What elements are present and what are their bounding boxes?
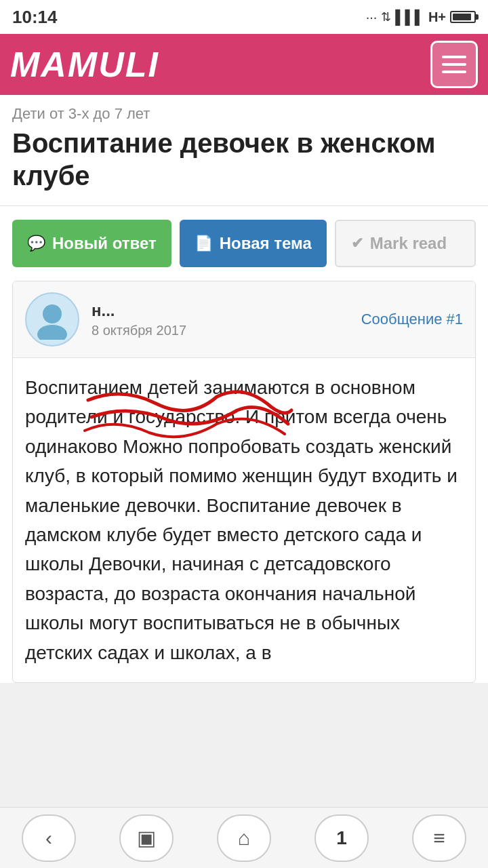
avatar (25, 292, 79, 347)
nav-menu-button[interactable]: ≡ (412, 814, 466, 862)
post-username: н... (92, 301, 349, 320)
page-number: 1 (336, 827, 347, 849)
home-icon: ⌂ (238, 827, 250, 850)
status-bar: 10:14 ··· ⇅ ▌▌▌ H+ (0, 0, 488, 34)
back-button[interactable]: ‹ (22, 814, 76, 862)
signal-bars-icon: ▌▌▌ (395, 9, 424, 25)
post-meta: н... 8 октября 2017 (92, 301, 349, 338)
bottom-nav: ‹ ▣ ⌂ 1 ≡ (0, 807, 488, 868)
data-arrows-icon: ⇅ (381, 9, 391, 24)
post-body: Воспитанием детей занимаются в основном … (13, 358, 475, 682)
menu-line-3 (442, 71, 466, 73)
menu-line-1 (442, 56, 466, 58)
status-time: 10:14 (12, 7, 58, 28)
action-buttons: 💬 Новый ответ 📄 Новая тема ✔ Mark read (12, 220, 476, 267)
svg-point-1 (37, 325, 67, 340)
tabs-button[interactable]: ▣ (119, 814, 174, 862)
reply-icon: 💬 (27, 235, 45, 252)
divider (0, 205, 488, 206)
svg-point-0 (43, 304, 62, 323)
post-container: н... 8 октября 2017 Сообщение #1 Воспита… (12, 281, 476, 683)
mark-read-label: Mark read (370, 234, 447, 253)
signal-dots-icon: ··· (366, 9, 378, 25)
check-icon: ✔ (351, 235, 363, 252)
menu-line-2 (442, 63, 466, 66)
post-date: 8 октября 2017 (92, 323, 349, 338)
nav-menu-icon: ≡ (433, 827, 445, 850)
page-number-button[interactable]: 1 (314, 814, 369, 862)
back-icon: ‹ (45, 827, 52, 850)
new-reply-button[interactable]: 💬 Новый ответ (12, 220, 171, 267)
tabs-icon: ▣ (137, 826, 156, 850)
menu-button[interactable] (430, 41, 478, 88)
new-topic-label: Новая тема (220, 234, 312, 253)
home-button[interactable]: ⌂ (217, 814, 271, 862)
new-reply-label: Новый ответ (52, 234, 157, 253)
mark-read-button[interactable]: ✔ Mark read (335, 220, 476, 267)
header: MAMULI (0, 34, 488, 95)
new-topic-button[interactable]: 📄 Новая тема (180, 220, 327, 267)
breadcrumb: Дети от 3-х до 7 лет (12, 105, 476, 123)
topic-icon: 📄 (195, 235, 213, 252)
post-number[interactable]: Сообщение #1 (361, 311, 463, 328)
page-title: Воспитание девочек в женском клубе (12, 127, 476, 192)
avatar-icon (32, 299, 73, 340)
logo: MAMULI (10, 44, 159, 85)
content-area: Дети от 3-х до 7 лет Воспитание девочек … (0, 95, 488, 683)
status-icons: ··· ⇅ ▌▌▌ H+ (366, 9, 476, 25)
battery-icon (450, 11, 476, 23)
network-type-icon: H+ (428, 9, 446, 25)
post-header: н... 8 октября 2017 Сообщение #1 (13, 281, 475, 358)
